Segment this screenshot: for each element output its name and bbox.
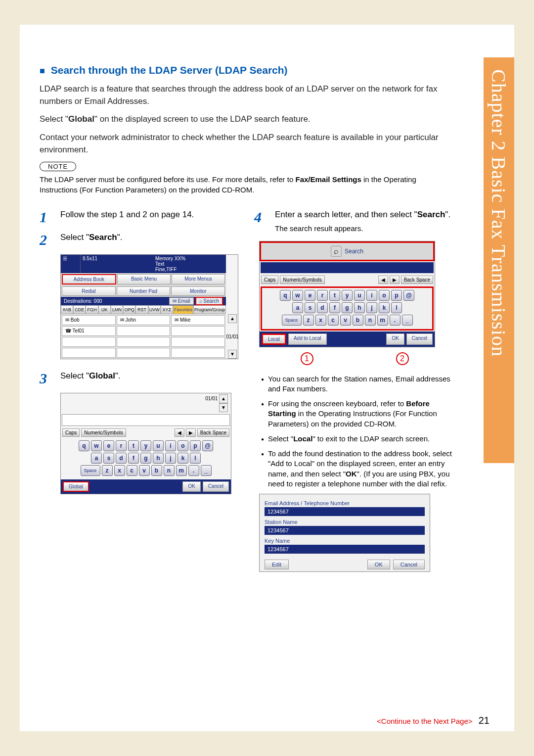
backspace-btn[interactable]: Back Space: [197, 428, 229, 437]
key[interactable]: @: [403, 290, 414, 301]
key[interactable]: u: [153, 440, 164, 451]
key[interactable]: m: [176, 465, 187, 476]
monitor-btn[interactable]: Monitor: [171, 286, 225, 296]
scroll-up-icon[interactable]: ▲: [219, 394, 228, 403]
redial-btn[interactable]: Redial: [62, 286, 116, 296]
key[interactable]: i: [165, 440, 176, 451]
tab[interactable]: UVW: [148, 305, 161, 314]
continue-link[interactable]: <Continue to the Next Page>: [377, 717, 472, 725]
space-key[interactable]: Space: [282, 315, 302, 326]
key[interactable]: s: [103, 453, 114, 464]
key[interactable]: u: [354, 290, 365, 301]
global-btn-highlight[interactable]: Global: [63, 481, 89, 492]
tab-program[interactable]: Program/Group: [193, 305, 226, 314]
key[interactable]: d: [116, 453, 127, 464]
caps-btn[interactable]: Caps: [261, 276, 278, 284]
key[interactable]: w: [91, 440, 102, 451]
list-item[interactable]: ✉ John: [117, 315, 171, 325]
backspace-btn[interactable]: Back Space: [401, 276, 433, 284]
key[interactable]: y: [342, 290, 353, 301]
key[interactable]: l: [190, 453, 201, 464]
key[interactable]: d: [317, 302, 328, 313]
scroll-down-icon[interactable]: ▼: [219, 403, 228, 412]
key[interactable]: n: [164, 465, 175, 476]
key[interactable]: .: [188, 465, 199, 476]
add-to-local-btn[interactable]: Add to Local: [288, 333, 327, 345]
key[interactable]: n: [365, 315, 376, 326]
list-item[interactable]: ☎ Tel01: [62, 326, 116, 336]
key[interactable]: v: [340, 315, 351, 326]
key[interactable]: f: [128, 453, 139, 464]
key[interactable]: h: [354, 302, 365, 313]
cancel-btn[interactable]: Cancel: [393, 560, 425, 569]
ok-btn[interactable]: OK: [367, 560, 390, 569]
key[interactable]: g: [140, 453, 151, 464]
value-station-name[interactable]: 1234567: [265, 526, 425, 535]
key[interactable]: .: [390, 315, 400, 326]
key[interactable]: m: [377, 315, 388, 326]
numeric-symbols-btn[interactable]: Numeric/Symbols: [280, 276, 324, 284]
numeric-symbols-btn[interactable]: Numeric/Symbols: [81, 428, 126, 437]
key[interactable]: r: [116, 440, 127, 451]
edit-btn[interactable]: Edit: [265, 560, 289, 569]
key[interactable]: g: [342, 302, 353, 313]
key[interactable]: _: [402, 315, 413, 326]
key[interactable]: i: [366, 290, 377, 301]
kb-input[interactable]: [62, 414, 230, 426]
local-btn-highlight[interactable]: Local: [262, 333, 286, 345]
value-key-name[interactable]: 1234567: [265, 545, 425, 554]
key[interactable]: r: [317, 290, 328, 301]
tab[interactable]: IJK: [98, 305, 111, 314]
ok-btn[interactable]: OK: [386, 333, 404, 345]
space-key[interactable]: Space: [81, 465, 100, 476]
cursor-right-icon[interactable]: ▶: [390, 276, 400, 284]
number-pad-btn[interactable]: Number Pad: [117, 286, 171, 296]
key[interactable]: w: [292, 290, 303, 301]
email-btn[interactable]: ✉ Email: [169, 297, 194, 305]
key[interactable]: b: [151, 465, 162, 476]
cursor-left-icon[interactable]: ◀: [378, 276, 388, 284]
key[interactable]: k: [379, 302, 390, 313]
scroll-down-icon[interactable]: ▼: [228, 350, 237, 359]
list-item[interactable]: ✉ Mike: [171, 315, 225, 325]
key[interactable]: _: [201, 465, 212, 476]
key[interactable]: s: [305, 302, 315, 313]
key[interactable]: a: [91, 453, 102, 464]
key[interactable]: j: [366, 302, 377, 313]
scroll-up-icon[interactable]: ▲: [228, 314, 237, 323]
key[interactable]: t: [128, 440, 139, 451]
key[interactable]: @: [202, 440, 213, 451]
key[interactable]: e: [103, 440, 114, 451]
more-menus-tab[interactable]: More Menus: [172, 274, 225, 284]
key[interactable]: o: [178, 440, 188, 451]
key[interactable]: q: [280, 290, 291, 301]
key[interactable]: y: [140, 440, 151, 451]
key[interactable]: l: [391, 302, 402, 313]
tab[interactable]: CDE: [73, 305, 86, 314]
key[interactable]: z: [303, 315, 314, 326]
search-btn-highlight[interactable]: ⌕ Search: [195, 297, 223, 305]
key[interactable]: c: [127, 465, 137, 476]
tab[interactable]: OPQ: [123, 305, 135, 314]
key[interactable]: h: [153, 453, 164, 464]
tab[interactable]: LMN: [111, 305, 123, 314]
key[interactable]: p: [190, 440, 201, 451]
cursor-left-icon[interactable]: ◀: [175, 428, 184, 437]
key[interactable]: f: [329, 302, 340, 313]
key[interactable]: b: [353, 315, 363, 326]
address-book-tab[interactable]: Address Book: [62, 274, 116, 284]
caps-btn[interactable]: Caps: [62, 428, 80, 437]
value-email-tel[interactable]: 1234567: [265, 507, 425, 516]
tab[interactable]: RST: [135, 305, 148, 314]
search-label[interactable]: Search: [345, 248, 363, 255]
basic-menu-tab[interactable]: Basic Menu: [117, 274, 171, 284]
tab[interactable]: #AB: [61, 305, 73, 314]
key[interactable]: a: [292, 302, 303, 313]
key[interactable]: q: [79, 440, 89, 451]
tab[interactable]: XYZ: [161, 305, 173, 314]
tab-favorites[interactable]: Favorites: [173, 305, 193, 314]
ok-btn[interactable]: OK: [182, 481, 200, 492]
key[interactable]: e: [305, 290, 315, 301]
key[interactable]: x: [315, 315, 326, 326]
key[interactable]: p: [391, 290, 402, 301]
